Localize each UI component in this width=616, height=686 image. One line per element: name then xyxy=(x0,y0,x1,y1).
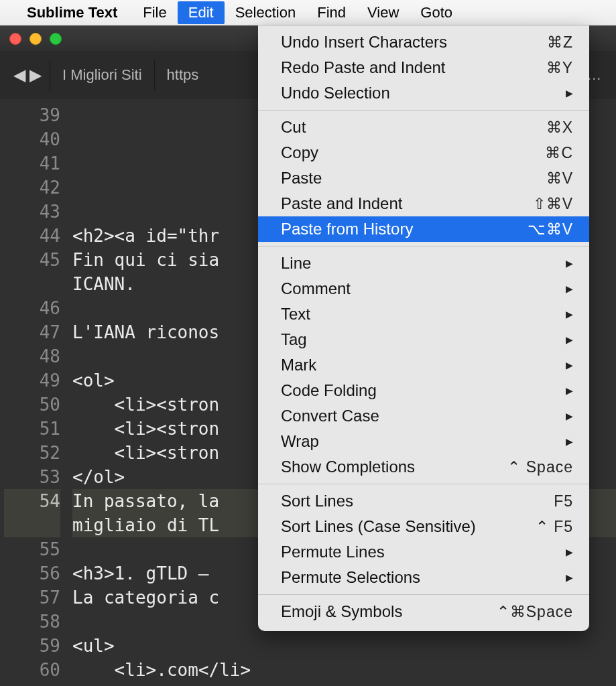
menu-item-convert-case[interactable]: Convert Case xyxy=(258,403,589,429)
menu-item-undo-insert-characters[interactable]: Undo Insert Characters⌘Z xyxy=(258,29,589,55)
menu-item-tag[interactable]: Tag xyxy=(258,327,589,352)
menu-item-sort-lines-case-sensitive[interactable]: Sort Lines (Case Sensitive)⌃ F5 xyxy=(258,514,589,539)
line-number: 41 xyxy=(4,151,60,176)
menu-item-label: Sort Lines (Case Sensitive) xyxy=(281,517,476,536)
menu-item-emoji-symbols[interactable]: Emoji & Symbols⌃⌘Space xyxy=(258,599,589,624)
menu-item-permute-selections[interactable]: Permute Selections xyxy=(258,565,589,590)
menu-item-wrap[interactable]: Wrap xyxy=(258,429,589,454)
menu-item-shortcut: ⌘C xyxy=(545,144,573,162)
line-number: 43 xyxy=(4,200,60,224)
line-number: 61 xyxy=(4,682,60,686)
menu-edit[interactable]: Edit xyxy=(178,1,225,24)
menu-item-label: Sort Lines xyxy=(281,492,353,510)
line-number: 47 xyxy=(4,320,60,344)
line-number-wrap xyxy=(4,272,60,296)
tab-nav-arrows[interactable]: ◀ ▶ xyxy=(5,66,50,84)
line-number: 40 xyxy=(4,127,60,151)
menu-item-show-completions[interactable]: Show Completions⌃ Space xyxy=(258,454,589,480)
menu-item-label: Redo Paste and Indent xyxy=(281,58,446,77)
menu-item-label: Mark xyxy=(281,356,316,374)
menu-item-cut[interactable]: Cut⌘X xyxy=(258,115,589,140)
menu-item-shortcut: ⌃⌘Space xyxy=(497,603,573,621)
menu-item-shortcut: ⇧⌘V xyxy=(533,195,573,213)
menu-item-label: Cut xyxy=(281,118,306,137)
tab-item[interactable]: https xyxy=(154,60,211,90)
line-number: 45 xyxy=(4,248,60,272)
menu-item-code-folding[interactable]: Code Folding xyxy=(258,378,589,403)
minimize-window-icon[interactable] xyxy=(29,33,42,45)
line-number: 46 xyxy=(4,296,60,320)
line-number-wrap xyxy=(4,513,60,537)
menu-item-shortcut: ⌘V xyxy=(546,169,573,188)
menu-item-shortcut: F5 xyxy=(554,492,573,510)
menu-item-mark[interactable]: Mark xyxy=(258,352,589,378)
menu-selection[interactable]: Selection xyxy=(225,1,307,24)
menu-item-shortcut: ⌃ F5 xyxy=(536,518,573,536)
menu-item-paste[interactable]: Paste⌘V xyxy=(258,165,589,191)
menu-item-paste-and-indent[interactable]: Paste and Indent⇧⌘V xyxy=(258,191,589,216)
close-window-icon[interactable] xyxy=(9,33,21,45)
menu-file[interactable]: File xyxy=(132,1,177,24)
menu-item-undo-selection[interactable]: Undo Selection xyxy=(258,80,589,106)
line-number: 42 xyxy=(4,176,60,200)
menu-item-shortcut: ⌘Y xyxy=(546,59,573,77)
menu-item-label: Undo Selection xyxy=(281,84,390,102)
line-number: 49 xyxy=(4,368,60,393)
menu-item-label: Line xyxy=(281,254,311,273)
menu-goto[interactable]: Goto xyxy=(410,1,463,24)
menu-item-label: Undo Insert Characters xyxy=(281,33,447,52)
menu-item-redo-paste-and-indent[interactable]: Redo Paste and Indent⌘Y xyxy=(258,55,589,80)
menu-item-label: Paste and Indent xyxy=(281,194,402,213)
line-number: 57 xyxy=(4,586,60,610)
menu-item-text[interactable]: Text xyxy=(258,301,589,327)
menu-item-label: Comment xyxy=(281,279,351,298)
menu-item-label: Paste from History xyxy=(281,220,413,238)
menu-item-label: Copy xyxy=(281,143,318,162)
line-number: 44 xyxy=(4,224,60,248)
line-number: 48 xyxy=(4,344,60,368)
code-line[interactable]: <li>.org</li> xyxy=(72,682,616,686)
menu-item-label: Show Completions xyxy=(281,458,415,476)
line-number: 52 xyxy=(4,441,60,465)
menu-item-label: Text xyxy=(281,305,310,324)
edit-menu-dropdown: Undo Insert Characters⌘ZRedo Paste and I… xyxy=(258,25,589,631)
line-number: 56 xyxy=(4,561,60,586)
tab-item[interactable]: I Migliori Siti xyxy=(50,60,154,90)
line-number: 50 xyxy=(4,393,60,417)
code-line[interactable]: <ul> xyxy=(72,634,616,658)
line-number: 53 xyxy=(4,465,60,489)
menu-item-copy[interactable]: Copy⌘C xyxy=(258,140,589,165)
macos-menubar: Sublime Text File Edit Selection Find Vi… xyxy=(0,0,616,25)
app-menu[interactable]: Sublime Text xyxy=(24,1,132,24)
menu-item-label: Wrap xyxy=(281,432,319,451)
menu-item-label: Permute Lines xyxy=(281,543,385,561)
menu-item-paste-from-history[interactable]: Paste from History⌥⌘V xyxy=(258,216,589,242)
menu-find[interactable]: Find xyxy=(306,1,357,24)
tab-prev-icon[interactable]: ◀ xyxy=(13,66,25,84)
menu-item-label: Paste xyxy=(281,169,322,188)
menu-item-label: Code Folding xyxy=(281,381,377,400)
line-number: 54 xyxy=(4,489,60,513)
menu-item-sort-lines[interactable]: Sort LinesF5 xyxy=(258,488,589,514)
menu-item-shortcut: ⌘X xyxy=(546,119,573,137)
menu-item-comment[interactable]: Comment xyxy=(258,276,589,301)
code-line[interactable]: <li>.com</li> xyxy=(72,658,616,682)
menu-item-label: Permute Selections xyxy=(281,568,420,587)
line-number: 59 xyxy=(4,634,60,658)
tab-next-icon[interactable]: ▶ xyxy=(29,66,42,84)
menu-item-shortcut: ⌘Z xyxy=(547,33,573,52)
menu-item-permute-lines[interactable]: Permute Lines xyxy=(258,539,589,565)
menu-item-label: Convert Case xyxy=(281,407,379,425)
menu-item-shortcut: ⌃ Space xyxy=(507,458,573,476)
line-number-gutter: 3940414243444546474849505152535455565758… xyxy=(0,99,72,686)
line-number: 51 xyxy=(4,417,60,441)
menu-item-label: Tag xyxy=(281,330,307,349)
line-number: 60 xyxy=(4,658,60,682)
menu-view[interactable]: View xyxy=(357,1,410,24)
menu-item-label: Emoji & Symbols xyxy=(281,602,402,621)
menu-item-shortcut: ⌥⌘V xyxy=(528,220,573,238)
zoom-window-icon[interactable] xyxy=(50,33,62,45)
menu-item-line[interactable]: Line xyxy=(258,251,589,276)
line-number: 55 xyxy=(4,537,60,561)
line-number: 39 xyxy=(4,103,60,127)
